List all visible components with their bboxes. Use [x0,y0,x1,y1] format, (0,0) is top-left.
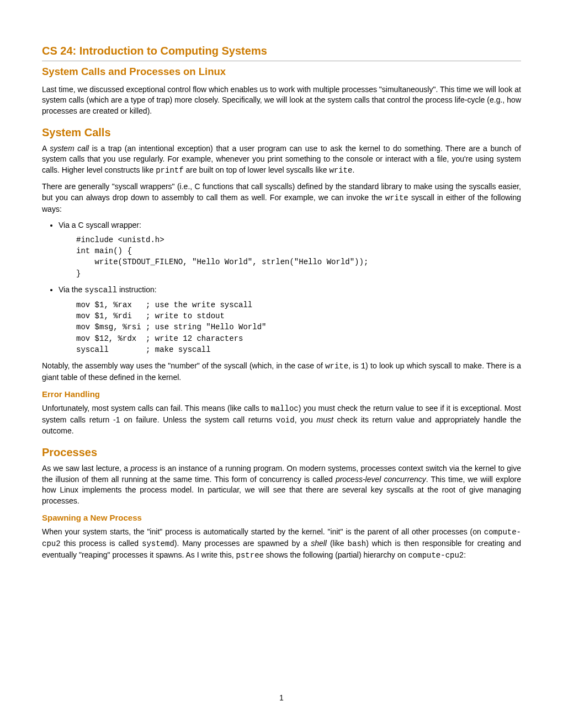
list-item-c-wrapper: Via a C syscall wrapper: #include <unist… [59,220,521,279]
text: When your system starts, the "init" proc… [42,527,484,536]
syscall-examples-list: Via a C syscall wrapper: #include <unist… [42,220,521,355]
syscalls-paragraph-2: There are generally "syscall wrappers" (… [42,181,521,215]
text: Notably, the assembly way uses the "numb… [42,361,325,370]
code-printf: printf [156,166,183,175]
code-compute-cpu2: compute-cpu2 [408,551,464,560]
code-systemd: systemd [142,539,174,548]
term-system-call: system call [50,144,89,153]
subsection-error-handling: Error Handling [42,388,521,400]
code-bash: bash [348,539,367,548]
term-process: process [130,464,157,473]
list-item-syscall-instr: Via the syscall instruction: mov $1, %ra… [59,285,521,355]
code-write: write [325,362,348,371]
bullet-label: Via a C syscall wrapper: [59,220,521,231]
page-number: 1 [0,693,563,704]
section-processes: Processes [42,445,521,460]
emphasis-must: must [317,415,333,424]
text: shows the following (partial) hierarchy … [264,550,408,559]
text: instruction: [117,285,157,294]
code-one: 1 [361,362,365,371]
text: , you [295,415,317,424]
code-write: write [385,194,408,202]
page: CS 24: Introduction to Computing Systems… [0,0,563,728]
code-syscall: syscall [84,286,117,295]
code-block-c: #include <unistd.h> int main() { write(S… [76,234,521,279]
error-handling-paragraph: Unfortunately, most system calls can fai… [42,403,521,437]
term-shell: shell [311,539,327,548]
text: ). Many processes are spawned by a [174,539,311,548]
code-void: void [276,416,295,425]
section-system-calls: System Calls [42,125,521,140]
code-pstree: pstree [236,551,264,560]
text: Via the [59,285,84,294]
text: Unfortunately, most system calls can fai… [42,404,270,413]
text: (like [327,539,348,548]
processes-paragraph-1: As we saw last lecture, a process is an … [42,463,521,506]
code-malloc: malloc [270,404,298,413]
text: , is [348,361,361,370]
syscalls-paragraph-3: Notably, the assembly way uses the "numb… [42,361,521,383]
intro-paragraph: Last time, we discussed exceptional cont… [42,84,521,117]
text: . [352,165,354,174]
spawning-paragraph: When your system starts, the "init" proc… [42,527,521,561]
document-subtitle: System Calls and Processes on Linux [42,65,521,79]
code-write: write [329,166,352,175]
text: : [464,550,466,559]
text: A [42,144,50,153]
text: this process is called [61,539,142,548]
term-process-level-concurrency: process-level concurrency [336,475,426,484]
subsection-spawning: Spawning a New Process [42,512,521,523]
bullet-label: Via the syscall instruction: [59,285,521,296]
text: are built on top of lower level syscalls… [184,165,330,174]
document-title: CS 24: Introduction to Computing Systems [42,43,521,61]
code-block-asm: mov $1, %rax ; use the write syscall mov… [76,299,521,355]
syscalls-paragraph-1: A system call is a trap (an intentional … [42,143,521,176]
text: As we saw last lecture, a [42,464,130,473]
